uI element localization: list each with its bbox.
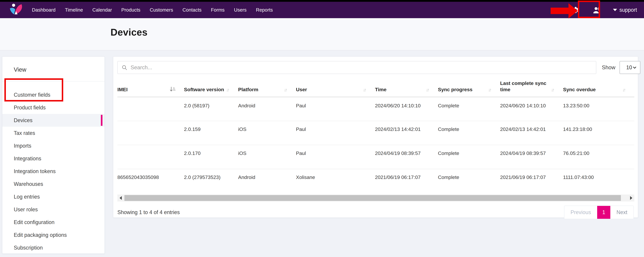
nav-item-dashboard[interactable]: Dashboard (32, 7, 56, 13)
table-row: 2.0.170iOSPaul2024/04/19 08:39:57Complet… (118, 145, 634, 169)
sidebar-item-imports[interactable]: Imports (2, 139, 104, 152)
column-label: User (296, 86, 307, 93)
sidebar-item-devices[interactable]: Devices (2, 114, 104, 127)
cell-time: 2024/04/19 08:39:57 (375, 145, 438, 169)
devices-card: Show 10 IMEISoftware version↓↑Platform↓↑… (113, 56, 638, 218)
cell-user: Xolisane (296, 169, 375, 193)
nav-item-users[interactable]: Users (234, 7, 246, 13)
column-header-last-complete-sync-time[interactable]: Last complete sync time↓↑ (500, 78, 563, 97)
cell-sync-overdue: 13.23:50:00 (563, 97, 634, 121)
nav-item-contacts[interactable]: Contacts (182, 7, 202, 13)
sidebar-item-edit-configuration[interactable]: Edit configuration (2, 216, 104, 228)
cell-sync-progress: Complete (438, 169, 500, 193)
nav-item-customers[interactable]: Customers (150, 7, 173, 13)
cell-user: Paul (296, 97, 375, 121)
column-header-imei[interactable]: IMEI (118, 78, 184, 97)
brand-logo-icon[interactable] (8, 3, 25, 17)
cell-platform: iOS (238, 121, 296, 145)
cell-user: Paul (296, 145, 375, 169)
column-label: Sync overdue (563, 86, 596, 93)
table-body: 2.0 (58197)AndroidPaul2024/06/20 14:10:1… (118, 97, 634, 193)
show-entries-select[interactable]: 10 (620, 61, 640, 74)
column-header-sync-overdue[interactable]: Sync overdue↓↑ (563, 78, 634, 97)
sidebar-item-log-entries[interactable]: Log entries (2, 190, 104, 203)
sidebar-item-integration-tokens[interactable]: Integration tokens (2, 165, 104, 178)
sort-descending-amount-icon[interactable] (170, 86, 176, 93)
cell-sync-progress: Complete (438, 145, 500, 169)
support-dropdown[interactable]: support (613, 7, 637, 13)
sidebar-header: View (2, 57, 104, 81)
cell-last-complete-sync-time: 2024/06/20 14:10:10 (500, 97, 563, 121)
cell-last-complete-sync-time: 2024/02/13 14:42:01 (500, 121, 563, 145)
nav-menu: DashboardTimelineCalendarProductsCustome… (32, 7, 273, 13)
pagination: Previous 1 Next (564, 206, 634, 219)
sort-both-arrows-icon[interactable]: ↓↑ (284, 87, 288, 93)
search-input[interactable] (130, 64, 592, 71)
column-header-sync-progress[interactable]: Sync progress↓↑ (438, 78, 500, 97)
cell-sync-progress: Complete (438, 97, 500, 121)
sort-both-arrows-icon[interactable]: ↓↑ (488, 87, 492, 93)
table-footer: Showing 1 to 4 of 4 entries Previous 1 N… (118, 206, 634, 219)
magnifier-icon (122, 65, 127, 70)
column-label: Sync progress (438, 86, 472, 93)
column-label: Platform (238, 86, 258, 93)
sidebar-item-user-roles[interactable]: User roles (2, 203, 104, 216)
column-header-user[interactable]: User↓↑ (296, 78, 375, 97)
column-label: Last complete sync time (500, 80, 551, 93)
previous-page-button[interactable]: Previous (564, 206, 597, 219)
cell-last-complete-sync-time: 2024/04/19 08:39:57 (500, 145, 563, 169)
cell-software-version: 2.0 (279573523) (184, 169, 238, 193)
sort-both-arrows-icon[interactable]: ↓↑ (226, 87, 230, 93)
page-header: Devices (0, 18, 644, 50)
column-header-platform[interactable]: Platform↓↑ (238, 78, 296, 97)
red-box-annotation-customer-fields (4, 78, 63, 102)
nav-item-products[interactable]: Products (121, 7, 140, 13)
horizontal-scrollbar[interactable] (118, 194, 634, 201)
cell-sync-overdue: 1111.07:43:00 (563, 169, 634, 193)
nav-item-calendar[interactable]: Calendar (92, 7, 112, 13)
cell-software-version: 2.0.170 (184, 145, 238, 169)
next-page-button[interactable]: Next (610, 206, 634, 219)
sort-both-arrows-icon[interactable]: ↓↑ (551, 87, 554, 93)
search-box[interactable] (118, 61, 596, 74)
nav-item-forms[interactable]: Forms (211, 7, 225, 13)
caret-down-icon (613, 9, 617, 11)
nav-item-reports[interactable]: Reports (256, 7, 273, 13)
sidebar-item-subscription[interactable]: Subscription (2, 241, 104, 254)
cell-sync-overdue: 76.05:21:00 (563, 145, 634, 169)
scrollbar-track[interactable] (124, 194, 628, 201)
sidebar-item-integrations[interactable]: Integrations (2, 152, 104, 165)
scrollbar-thumb[interactable] (124, 195, 621, 201)
nav-item-timeline[interactable]: Timeline (65, 7, 83, 13)
top-black-strip (0, 0, 644, 2)
page-title: Devices (110, 27, 644, 38)
app-page: DashboardTimelineCalendarProductsCustome… (0, 0, 644, 257)
sidebar-item-tax-rates[interactable]: Tax rates (2, 127, 104, 139)
scroll-right-arrow-icon[interactable] (628, 194, 634, 201)
table-row: 8656520430350982.0 (279573523)AndroidXol… (118, 169, 634, 193)
cell-platform: Android (238, 169, 296, 193)
column-header-time[interactable]: Time↓↑ (375, 78, 438, 97)
column-header-software-version[interactable]: Software version↓↑ (184, 78, 238, 97)
cell-software-version: 2.0.159 (184, 121, 238, 145)
cell-last-complete-sync-time: 2021/06/19 06:17:07 (500, 169, 563, 193)
sidebar-item-warehouses[interactable]: Warehouses (2, 178, 104, 190)
red-arrow-annotation (550, 2, 581, 20)
table-row: 2.0.159iOSPaul2024/02/13 14:42:01Complet… (118, 121, 634, 145)
cell-imei (118, 121, 184, 145)
sidebar-item-product-fields[interactable]: Product fields (2, 101, 104, 114)
sidebar-item-edit-packaging-options[interactable]: Edit packaging options (2, 228, 104, 241)
sort-both-arrows-icon[interactable]: ↓↑ (622, 87, 626, 93)
page-number-button[interactable]: 1 (597, 206, 610, 219)
cell-platform: iOS (238, 145, 296, 169)
support-label: support (620, 7, 637, 13)
cell-sync-overdue: 141.23:18:00 (563, 121, 634, 145)
sort-both-arrows-icon[interactable]: ↓↑ (426, 87, 430, 93)
scroll-left-arrow-icon[interactable] (118, 194, 124, 201)
cell-time: 2024/02/13 14:42:01 (375, 121, 438, 145)
sort-both-arrows-icon[interactable]: ↓↑ (363, 87, 366, 93)
cell-imei (118, 97, 184, 121)
table-header-row: IMEISoftware version↓↑Platform↓↑User↓↑Ti… (118, 78, 634, 97)
sidebar-list: Customer fieldsProduct fieldsDevicesTax … (2, 81, 104, 254)
top-navbar: DashboardTimelineCalendarProductsCustome… (0, 2, 644, 18)
